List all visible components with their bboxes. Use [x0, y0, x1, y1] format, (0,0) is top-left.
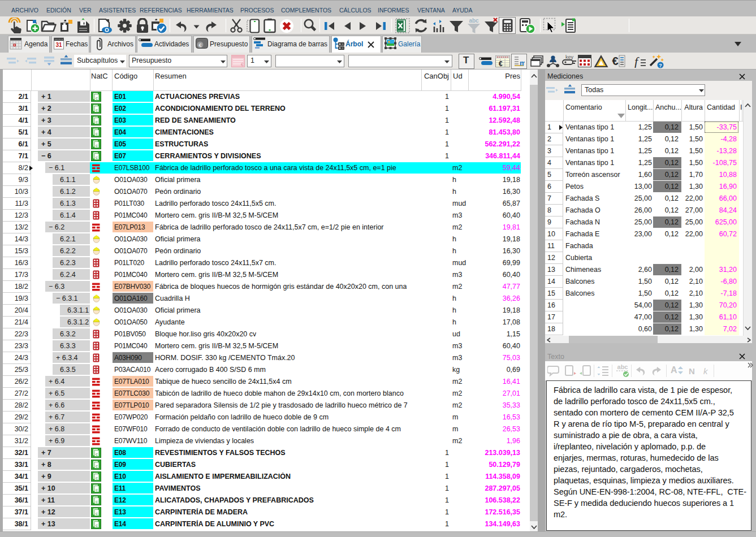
svg-text:c: c	[96, 143, 98, 148]
svg-text:c: c	[96, 107, 98, 112]
svg-text:m: m	[520, 59, 525, 67]
svg-text:€: €	[612, 55, 618, 67]
svg-text:c: c	[96, 487, 98, 492]
svg-text:€: €	[198, 42, 201, 48]
svg-text:31: 31	[55, 42, 62, 48]
svg-text:c: c	[96, 131, 98, 136]
svg-text:f: f	[634, 54, 640, 68]
svg-text:c: c	[96, 119, 98, 124]
svg-text:c: c	[96, 96, 98, 101]
svg-text:c: c	[96, 464, 98, 469]
svg-text:€: €	[241, 62, 244, 67]
svg-text:abc: abc	[617, 364, 628, 370]
svg-text:key: key	[565, 54, 574, 60]
svg-text:c: c	[96, 499, 98, 504]
svg-text:c: c	[96, 511, 98, 516]
svg-text:c: c	[96, 452, 98, 457]
svg-text:c: c	[96, 475, 98, 480]
svg-text:c: c	[96, 155, 98, 160]
svg-text:c: c	[96, 523, 98, 528]
svg-text:€: €	[499, 60, 503, 67]
svg-text:abc: abc	[469, 18, 479, 24]
svg-text:?: ?	[659, 63, 662, 68]
